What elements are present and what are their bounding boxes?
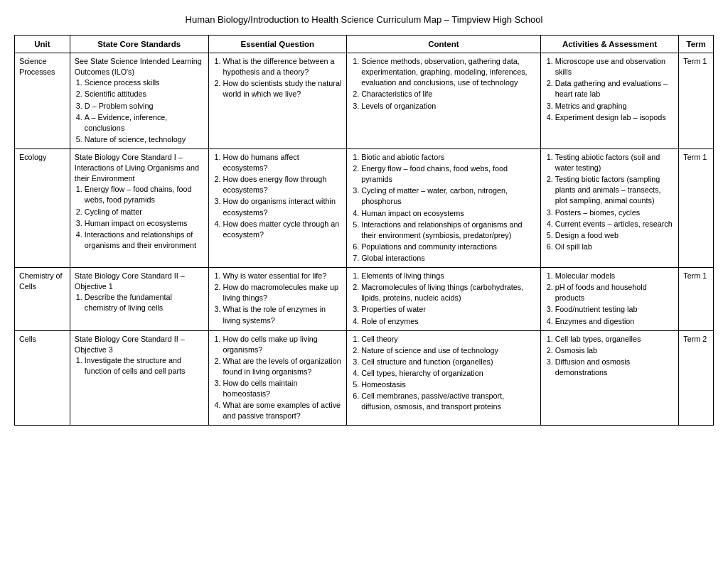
list-item: Science methods, observation, gathering … (361, 56, 536, 88)
list-item: Enzymes and digestion (555, 316, 675, 327)
list-item: Cell lab types, organelles (555, 334, 675, 345)
curriculum-table: Unit State Core Standards Essential Ques… (14, 35, 714, 426)
header-content: Content (347, 36, 541, 53)
list-item: Biotic and abiotic factors (361, 152, 536, 163)
list-item: Human impact on ecosystems (85, 218, 204, 229)
list-item: What is the role of enzymes in living sy… (223, 304, 343, 325)
state-intro: State Biology Core Standard II – Objecti… (75, 335, 185, 354)
state-intro: State Biology Core Standard I – Interact… (75, 153, 199, 183)
list-item: Testing biotic factors (sampling plants … (555, 174, 675, 206)
list-item: Nature of science, technology (85, 134, 204, 145)
content-cell: Biotic and abiotic factorsEnergy flow – … (347, 148, 541, 267)
table-row: Science ProcessesSee State Science Inten… (15, 53, 714, 149)
list-item: A – Evidence, inference, conclusions (85, 112, 204, 134)
term-cell: Term 2 (679, 330, 714, 426)
state-cell: State Biology Core Standard II – Objecti… (70, 268, 208, 331)
list-item: Energy flow – food chains, food webs, fo… (361, 163, 536, 185)
list-item: Interactions and relationships of organi… (361, 220, 536, 241)
page-title: Human Biology/Introduction to Health Sci… (14, 14, 714, 25)
list-item: Homeostasis (361, 379, 536, 390)
list-item: Food/nutrient testing lab (555, 304, 675, 315)
list-item: How do cells maintain homeostasis? (223, 378, 343, 399)
list-item: Nature of science and use of technology (361, 345, 536, 356)
list-item: Cell types, hierarchy of organization (361, 368, 536, 379)
content-cell: Science methods, observation, gathering … (347, 53, 541, 149)
unit-cell: Ecology (15, 148, 70, 267)
header-essential: Essential Question (208, 36, 347, 53)
list-item: Metrics and graphing (555, 101, 675, 112)
list-item: Role of enzymes (361, 316, 536, 327)
state-intro: See State Science Intended Learning Outc… (75, 57, 202, 76)
list-item: Global interactions (361, 253, 536, 264)
list-item: Cell membranes, passive/active transport… (361, 391, 536, 412)
list-item: What are some examples of active and pas… (223, 400, 343, 421)
list-item: Characteristics of life (361, 89, 536, 99)
list-item: Scientific attitudes (85, 89, 204, 99)
activities-cell: Microscope use and observation skillsDat… (540, 53, 679, 149)
list-item: Cell theory (361, 334, 536, 345)
term-cell: Term 1 (679, 148, 714, 267)
list-item: Experiment design lab – isopods (555, 112, 675, 123)
state-cell: See State Science Intended Learning Outc… (70, 53, 208, 149)
list-item: Cycling of matter (85, 207, 204, 217)
activities-cell: Testing abiotic factors (soil and water … (540, 148, 679, 267)
header-unit: Unit (15, 36, 70, 53)
list-item: Why is water essential for life? (223, 271, 343, 281)
list-item: How do organisms interact within ecosyst… (223, 196, 343, 217)
list-item: Interactions and relationships of organi… (85, 229, 204, 251)
list-item: What is the difference between a hypothe… (223, 56, 343, 77)
list-item: How do macromolecules make up living thi… (223, 282, 343, 303)
state-intro: State Biology Core Standard II – Objecti… (75, 271, 185, 291)
list-item: D – Problem solving (85, 101, 204, 112)
state-cell: State Biology Core Standard II – Objecti… (70, 330, 208, 426)
activities-cell: Molecular modelspH of foods and househol… (540, 268, 679, 331)
header-state: State Core Standards (70, 36, 208, 53)
list-item: How do scientists study the natural worl… (223, 78, 343, 99)
table-row: EcologyState Biology Core Standard I – I… (15, 148, 714, 267)
unit-cell: Science Processes (15, 53, 70, 149)
essential-cell: What is the difference between a hypothe… (208, 53, 347, 149)
list-item: Macromolecules of living things (carbohy… (361, 282, 536, 303)
list-item: Human impact on ecosystems (361, 208, 536, 219)
table-header-row: Unit State Core Standards Essential Ques… (15, 36, 714, 53)
list-item: Osmosis lab (555, 345, 675, 356)
list-item: Microscope use and observation skills (555, 56, 675, 77)
table-row: Chemistry of CellsState Biology Core Sta… (15, 268, 714, 331)
header-term: Term (679, 36, 714, 53)
essential-cell: How do cells make up living organisms?Wh… (208, 330, 347, 426)
content-cell: Cell theoryNature of science and use of … (347, 330, 541, 426)
state-cell: State Biology Core Standard I – Interact… (70, 148, 208, 267)
list-item: How do humans affect ecosystems? (223, 152, 343, 173)
list-item: Energy flow – food chains, food webs, fo… (85, 184, 204, 205)
unit-cell: Cells (15, 330, 70, 426)
term-cell: Term 1 (679, 268, 714, 331)
list-item: Data gathering and evaluations – heart r… (555, 78, 675, 99)
essential-cell: How do humans affect ecosystems?How does… (208, 148, 347, 267)
list-item: Testing abiotic factors (soil and water … (555, 152, 675, 173)
list-item: Current events – articles, research (555, 219, 675, 229)
activities-cell: Cell lab types, organellesOsmosis labDif… (540, 330, 679, 426)
list-item: Design a food web (555, 230, 675, 241)
list-item: Posters – biomes, cycles (555, 207, 675, 218)
list-item: Molecular models (555, 271, 675, 281)
list-item: Science process skills (85, 77, 204, 88)
list-item: How does energy flow through ecosystems? (223, 174, 343, 195)
list-item: Populations and community interactions (361, 242, 536, 252)
unit-cell: Chemistry of Cells (15, 268, 70, 331)
list-item: Diffusion and osmosis demonstrations (555, 357, 675, 378)
list-item: pH of foods and household products (555, 282, 675, 303)
list-item: What are the levels of organization foun… (223, 356, 343, 377)
list-item: Describe the fundamental chemistry of li… (85, 292, 204, 313)
list-item: How do cells make up living organisms? (223, 334, 343, 355)
list-item: Cell structure and function (organelles) (361, 357, 536, 367)
list-item: Elements of living things (361, 271, 536, 281)
list-item: Cycling of matter – water, carbon, nitro… (361, 185, 536, 207)
content-cell: Elements of living thingsMacromolecules … (347, 268, 541, 331)
list-item: Oil spill lab (555, 242, 675, 252)
list-item: How does matter cycle through an ecosyst… (223, 219, 343, 240)
term-cell: Term 1 (679, 53, 714, 149)
list-item: Levels of organization (361, 101, 536, 112)
header-activities: Activities & Assessment (540, 36, 679, 53)
list-item: Investigate the structure and function o… (85, 355, 204, 377)
list-item: Properties of water (361, 304, 536, 315)
